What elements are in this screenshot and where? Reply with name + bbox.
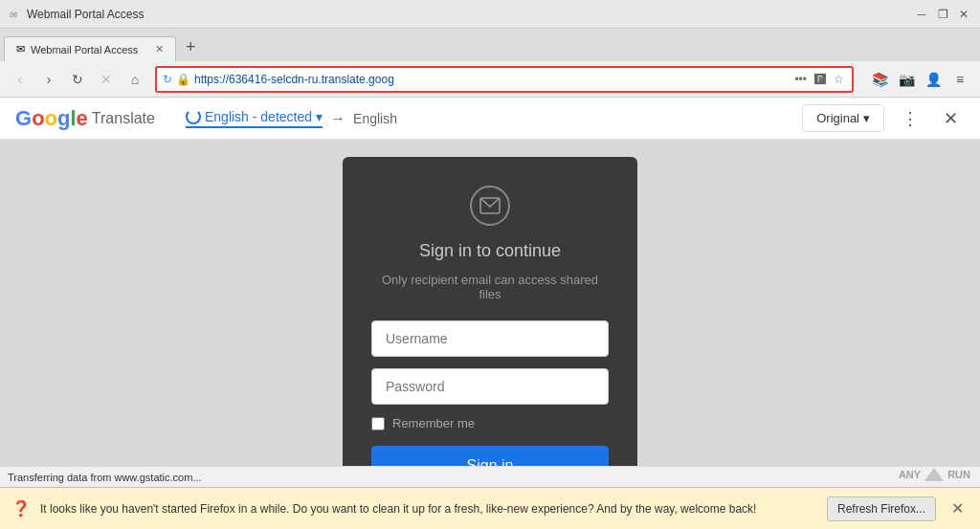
translate-bar: G o o g l e Translate English - detected… <box>0 98 980 140</box>
new-tab-button[interactable]: + <box>180 37 202 57</box>
refresh-firefox-button[interactable]: Refresh Firefox... <box>827 496 936 521</box>
status-bar: Transferring data from www.gstatic.com..… <box>0 466 980 487</box>
menu-button[interactable]: ≡ <box>947 67 972 92</box>
notification-icon: ❓ <box>11 499 31 518</box>
remember-checkbox[interactable] <box>371 417 385 430</box>
tab-title-text: Webmail Portal Access <box>31 44 149 55</box>
username-input[interactable] <box>371 320 609 357</box>
home-button[interactable]: ⌂ <box>122 67 147 92</box>
url-dots-button[interactable]: ••• <box>792 71 809 88</box>
favicon-icon: ✉ <box>8 8 21 21</box>
original-button[interactable]: Original ▾ <box>802 104 884 132</box>
minimize-button[interactable]: ─ <box>913 6 930 23</box>
source-language[interactable]: English - detected ▾ <box>186 109 323 128</box>
tab-favicon: ✉ <box>16 43 25 55</box>
translate-close-button[interactable]: ✕ <box>936 104 965 133</box>
svg-marker-3 <box>924 468 944 481</box>
navigation-bar: ‹ › ↻ ✕ ⌂ ↻ 🔒 https://636416-selcdn-ru.t… <box>0 61 980 98</box>
screenshot-button[interactable]: 📷 <box>894 67 919 92</box>
sidebar-button[interactable]: 📚 <box>867 67 892 92</box>
tab-bar: ✉ Webmail Portal Access ✕ + <box>0 29 980 61</box>
stop-button[interactable]: ✕ <box>94 67 119 92</box>
url-text: https://636416-selcdn-ru.translate.goog <box>194 73 789 86</box>
target-language: English <box>353 111 397 126</box>
back-button[interactable]: ‹ <box>8 67 33 92</box>
source-lang-text: English - detected <box>205 109 312 124</box>
remember-me-container: Remember me <box>371 416 609 430</box>
url-action-buttons: ••• 🅿 ☆ <box>792 71 846 88</box>
main-content: Sign in to continue Only recipient email… <box>0 140 980 466</box>
remember-label: Remember me <box>392 416 475 430</box>
bookmark-button[interactable]: ☆ <box>832 71 846 88</box>
url-bar[interactable]: ↻ 🔒 https://636416-selcdn-ru.translate.g… <box>155 66 854 93</box>
login-subtitle: Only recipient email can access shared f… <box>371 273 609 301</box>
right-nav-buttons: 📚 📷 👤 ≡ <box>867 67 972 92</box>
svg-text:✉: ✉ <box>10 10 17 20</box>
title-bar: ✉ Webmail Portal Access ─ ❐ ✕ <box>0 0 980 29</box>
window-title: Webmail Portal Access <box>27 8 913 21</box>
restore-button[interactable]: ❐ <box>934 6 951 23</box>
google-logo: G o o g l e Translate <box>15 106 155 131</box>
window-controls: ─ ❐ ✕ <box>913 6 972 23</box>
window-close-button[interactable]: ✕ <box>955 6 972 23</box>
notification-bar: ❓ It looks like you haven't started Fire… <box>0 487 980 529</box>
refresh-icon: ↻ <box>163 73 172 86</box>
translate-lang-section: English - detected ▾ → English <box>186 109 791 128</box>
sync-button[interactable]: 👤 <box>921 67 946 92</box>
original-dropdown-icon: ▾ <box>863 111 870 125</box>
login-card: Sign in to continue Only recipient email… <box>343 157 637 466</box>
signin-button[interactable]: Sign in <box>371 446 609 466</box>
login-title: Sign in to continue <box>419 241 561 261</box>
notification-text: It looks like you haven't started Firefo… <box>40 502 817 516</box>
active-tab[interactable]: ✉ Webmail Portal Access ✕ <box>4 36 176 61</box>
lang-arrow-icon: → <box>330 110 345 127</box>
reload-button[interactable]: ↻ <box>65 67 90 92</box>
loading-spinner <box>186 109 201 124</box>
translate-label: Translate <box>92 110 155 127</box>
email-icon <box>470 186 510 226</box>
notification-close-button[interactable]: ✕ <box>946 497 969 520</box>
lock-icon: 🔒 <box>176 73 190 86</box>
tab-close-icon[interactable]: ✕ <box>155 43 164 55</box>
status-text: Transferring data from www.gstatic.com..… <box>8 472 972 483</box>
pocket-button[interactable]: 🅿 <box>813 71 828 88</box>
password-input[interactable] <box>371 368 609 405</box>
anyrun-watermark: ANY RUN <box>899 468 970 481</box>
translate-more-button[interactable]: ⋮ <box>896 104 924 133</box>
source-lang-dropdown[interactable]: ▾ <box>316 109 323 124</box>
forward-button[interactable]: › <box>36 67 61 92</box>
